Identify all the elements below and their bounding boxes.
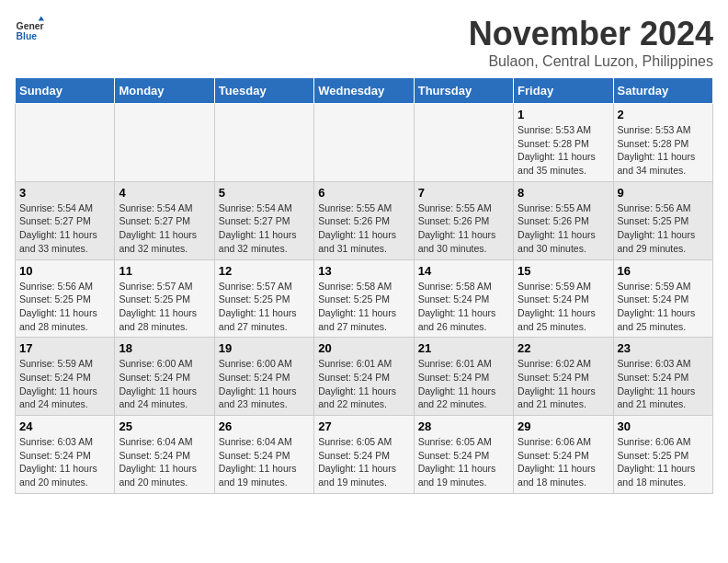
- calendar-table: SundayMondayTuesdayWednesdayThursdayFrid…: [15, 77, 713, 494]
- day-info: Sunrise: 6:06 AM Sunset: 5:24 PM Dayligh…: [518, 435, 609, 489]
- calendar-cell: 19Sunrise: 6:00 AM Sunset: 5:24 PM Dayli…: [214, 338, 313, 416]
- day-info: Sunrise: 5:54 AM Sunset: 5:27 PM Dayligh…: [119, 201, 210, 256]
- calendar-cell: 20Sunrise: 6:01 AM Sunset: 5:24 PM Dayli…: [314, 338, 414, 416]
- day-info: Sunrise: 6:06 AM Sunset: 5:25 PM Dayligh…: [618, 435, 709, 489]
- day-number: 5: [219, 186, 310, 200]
- day-info: Sunrise: 5:54 AM Sunset: 5:27 PM Dayligh…: [219, 201, 310, 256]
- header-wednesday: Wednesday: [314, 78, 414, 104]
- day-number: 1: [518, 108, 609, 121]
- calendar-cell: 27Sunrise: 6:05 AM Sunset: 5:24 PM Dayli…: [314, 416, 414, 494]
- day-number: 4: [119, 186, 210, 200]
- day-info: Sunrise: 6:05 AM Sunset: 5:24 PM Dayligh…: [318, 435, 409, 489]
- day-number: 2: [618, 108, 709, 121]
- day-number: 29: [518, 419, 609, 433]
- calendar-cell: 10Sunrise: 5:56 AM Sunset: 5:25 PM Dayli…: [16, 259, 115, 338]
- calendar-cell: [214, 104, 313, 182]
- day-number: 30: [618, 419, 709, 433]
- day-info: Sunrise: 5:56 AM Sunset: 5:25 PM Dayligh…: [618, 201, 709, 256]
- day-number: 6: [318, 186, 409, 200]
- calendar-cell: 5Sunrise: 5:54 AM Sunset: 5:27 PM Daylig…: [214, 181, 313, 259]
- calendar-cell: 14Sunrise: 5:58 AM Sunset: 5:24 PM Dayli…: [414, 259, 513, 338]
- calendar-cell: 24Sunrise: 6:03 AM Sunset: 5:24 PM Dayli…: [16, 416, 115, 494]
- calendar-cell: 28Sunrise: 6:05 AM Sunset: 5:24 PM Dayli…: [414, 416, 513, 494]
- svg-marker-2: [39, 17, 44, 21]
- calendar-cell: 6Sunrise: 5:55 AM Sunset: 5:26 PM Daylig…: [314, 181, 414, 259]
- header-monday: Monday: [115, 78, 214, 104]
- header-tuesday: Tuesday: [214, 78, 313, 104]
- day-info: Sunrise: 5:53 AM Sunset: 5:28 PM Dayligh…: [518, 123, 609, 178]
- header-friday: Friday: [514, 78, 613, 104]
- svg-text:Blue: Blue: [17, 31, 38, 41]
- day-info: Sunrise: 5:53 AM Sunset: 5:28 PM Dayligh…: [618, 123, 709, 178]
- location-subtitle: Bulaon, Central Luzon, Philippines: [469, 53, 713, 70]
- day-info: Sunrise: 6:00 AM Sunset: 5:24 PM Dayligh…: [119, 357, 210, 411]
- calendar-cell: 30Sunrise: 6:06 AM Sunset: 5:25 PM Dayli…: [613, 416, 712, 494]
- day-number: 12: [219, 264, 310, 278]
- day-info: Sunrise: 6:01 AM Sunset: 5:24 PM Dayligh…: [418, 357, 509, 411]
- day-info: Sunrise: 5:59 AM Sunset: 5:24 PM Dayligh…: [19, 357, 110, 411]
- title-area: November 2024 Bulaon, Central Luzon, Phi…: [469, 15, 713, 70]
- calendar-cell: [314, 104, 414, 182]
- day-number: 28: [418, 419, 509, 433]
- calendar-cell: 15Sunrise: 5:59 AM Sunset: 5:24 PM Dayli…: [514, 259, 613, 338]
- day-number: 17: [19, 341, 110, 355]
- day-info: Sunrise: 6:00 AM Sunset: 5:24 PM Dayligh…: [219, 357, 310, 411]
- calendar-cell: 1Sunrise: 5:53 AM Sunset: 5:28 PM Daylig…: [514, 104, 613, 182]
- calendar-cell: [414, 104, 513, 182]
- calendar-cell: 12Sunrise: 5:57 AM Sunset: 5:25 PM Dayli…: [214, 259, 313, 338]
- day-number: 13: [318, 264, 409, 278]
- logo: General Blue: [15, 15, 44, 44]
- day-info: Sunrise: 6:04 AM Sunset: 5:24 PM Dayligh…: [119, 435, 210, 489]
- day-info: Sunrise: 6:01 AM Sunset: 5:24 PM Dayligh…: [318, 357, 409, 411]
- day-info: Sunrise: 5:55 AM Sunset: 5:26 PM Dayligh…: [518, 201, 609, 256]
- day-info: Sunrise: 5:59 AM Sunset: 5:24 PM Dayligh…: [518, 280, 609, 334]
- day-number: 9: [618, 186, 709, 200]
- day-info: Sunrise: 5:57 AM Sunset: 5:25 PM Dayligh…: [119, 280, 210, 334]
- calendar-cell: 25Sunrise: 6:04 AM Sunset: 5:24 PM Dayli…: [115, 416, 214, 494]
- calendar-week-row: 24Sunrise: 6:03 AM Sunset: 5:24 PM Dayli…: [16, 416, 713, 494]
- logo-icon: General Blue: [15, 15, 44, 44]
- calendar-cell: 13Sunrise: 5:58 AM Sunset: 5:25 PM Dayli…: [314, 259, 414, 338]
- day-number: 24: [19, 419, 110, 433]
- calendar-cell: [115, 104, 214, 182]
- calendar-cell: 11Sunrise: 5:57 AM Sunset: 5:25 PM Dayli…: [115, 259, 214, 338]
- day-number: 18: [119, 341, 210, 355]
- header-saturday: Saturday: [613, 78, 712, 104]
- calendar-week-row: 17Sunrise: 5:59 AM Sunset: 5:24 PM Dayli…: [16, 338, 713, 416]
- day-info: Sunrise: 5:56 AM Sunset: 5:25 PM Dayligh…: [19, 280, 110, 334]
- calendar-cell: 2Sunrise: 5:53 AM Sunset: 5:28 PM Daylig…: [613, 104, 712, 182]
- day-number: 23: [618, 341, 709, 355]
- calendar-cell: 18Sunrise: 6:00 AM Sunset: 5:24 PM Dayli…: [115, 338, 214, 416]
- day-number: 25: [119, 419, 210, 433]
- day-info: Sunrise: 6:04 AM Sunset: 5:24 PM Dayligh…: [219, 435, 310, 489]
- calendar-cell: 23Sunrise: 6:03 AM Sunset: 5:24 PM Dayli…: [613, 338, 712, 416]
- day-info: Sunrise: 5:57 AM Sunset: 5:25 PM Dayligh…: [219, 280, 310, 334]
- day-number: 14: [418, 264, 509, 278]
- calendar-cell: 4Sunrise: 5:54 AM Sunset: 5:27 PM Daylig…: [115, 181, 214, 259]
- day-info: Sunrise: 5:58 AM Sunset: 5:25 PM Dayligh…: [318, 280, 409, 334]
- day-info: Sunrise: 5:58 AM Sunset: 5:24 PM Dayligh…: [418, 280, 509, 334]
- day-info: Sunrise: 5:55 AM Sunset: 5:26 PM Dayligh…: [318, 201, 409, 256]
- day-number: 19: [219, 341, 310, 355]
- calendar-week-row: 1Sunrise: 5:53 AM Sunset: 5:28 PM Daylig…: [16, 104, 713, 182]
- calendar-week-row: 10Sunrise: 5:56 AM Sunset: 5:25 PM Dayli…: [16, 259, 713, 338]
- day-info: Sunrise: 5:54 AM Sunset: 5:27 PM Dayligh…: [19, 201, 110, 256]
- day-number: 20: [318, 341, 409, 355]
- calendar-cell: 8Sunrise: 5:55 AM Sunset: 5:26 PM Daylig…: [514, 181, 613, 259]
- day-number: 7: [418, 186, 509, 200]
- day-info: Sunrise: 6:05 AM Sunset: 5:24 PM Dayligh…: [418, 435, 509, 489]
- calendar-cell: 7Sunrise: 5:55 AM Sunset: 5:26 PM Daylig…: [414, 181, 513, 259]
- day-number: 3: [19, 186, 110, 200]
- calendar-cell: 3Sunrise: 5:54 AM Sunset: 5:27 PM Daylig…: [16, 181, 115, 259]
- calendar-cell: 22Sunrise: 6:02 AM Sunset: 5:24 PM Dayli…: [514, 338, 613, 416]
- day-number: 15: [518, 264, 609, 278]
- calendar-cell: 9Sunrise: 5:56 AM Sunset: 5:25 PM Daylig…: [613, 181, 712, 259]
- svg-text:General: General: [17, 21, 44, 31]
- month-title: November 2024: [469, 15, 713, 53]
- header: General Blue November 2024 Bulaon, Centr…: [15, 15, 713, 70]
- day-number: 27: [318, 419, 409, 433]
- calendar-header-row: SundayMondayTuesdayWednesdayThursdayFrid…: [16, 78, 713, 104]
- calendar-cell: 16Sunrise: 5:59 AM Sunset: 5:24 PM Dayli…: [613, 259, 712, 338]
- day-info: Sunrise: 6:02 AM Sunset: 5:24 PM Dayligh…: [518, 357, 609, 411]
- day-info: Sunrise: 5:55 AM Sunset: 5:26 PM Dayligh…: [418, 201, 509, 256]
